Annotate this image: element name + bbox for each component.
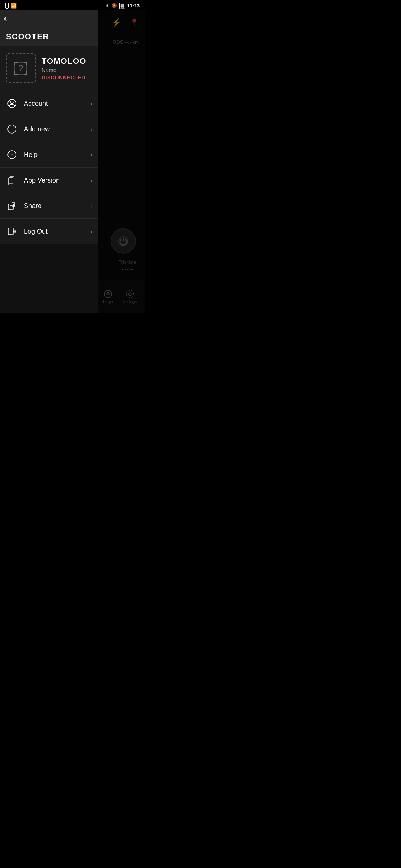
drawer-section-title: SCOOTER bbox=[6, 32, 92, 42]
battery-icon: ▓ bbox=[119, 3, 125, 9]
menu-item-app-version[interactable]: App Version › bbox=[0, 168, 98, 193]
vehicle-icon-box: ? bbox=[6, 53, 36, 83]
app-container: 🌱 ⚡ 📍 ODO:--.- km Trip time bbox=[0, 10, 145, 313]
account-icon bbox=[6, 98, 18, 109]
vehicle-name: TOMOLOO bbox=[42, 56, 86, 66]
back-button[interactable]: ‹ bbox=[4, 13, 7, 24]
help-label: Help bbox=[24, 151, 90, 159]
vehicle-sub-name: Name bbox=[42, 67, 86, 73]
app-version-chevron: › bbox=[90, 177, 92, 184]
menu-item-add-new[interactable]: Add new › bbox=[0, 116, 98, 142]
logout-label: Log Out bbox=[24, 228, 90, 236]
status-left-icons: ! 📶 bbox=[5, 3, 17, 9]
menu-list: Account › Add new › bbox=[0, 91, 98, 244]
logout-icon bbox=[6, 226, 18, 237]
add-new-chevron: › bbox=[90, 125, 92, 133]
app-version-icon bbox=[6, 174, 18, 186]
app-version-label: App Version bbox=[24, 177, 90, 184]
logout-chevron: › bbox=[90, 228, 92, 236]
vehicle-info: TOMOLOO Name DISCONNECTED bbox=[42, 56, 86, 80]
status-bar: ! 📶 ∗ 🔕 ▓ 11:13 bbox=[0, 0, 145, 10]
share-icon bbox=[6, 200, 18, 212]
vehicle-section: ? TOMOLOO Name DISCONNECTED bbox=[0, 46, 98, 91]
add-new-label: Add new bbox=[24, 125, 90, 133]
share-label: Share bbox=[24, 202, 90, 210]
menu-item-help[interactable]: Help › bbox=[0, 142, 98, 168]
drawer-scrim[interactable] bbox=[98, 10, 145, 313]
share-chevron: › bbox=[90, 202, 92, 210]
notification-icon: 🔕 bbox=[111, 3, 117, 8]
drawer-footer bbox=[0, 244, 98, 313]
bluetooth-icon: ∗ bbox=[105, 3, 109, 8]
add-new-icon bbox=[6, 123, 18, 135]
svg-text:?: ? bbox=[18, 63, 23, 73]
alert-icon: ! bbox=[5, 3, 9, 9]
svg-rect-16 bbox=[9, 178, 13, 185]
drawer-panel: ‹ SCOOTER ? TOMOLOO Name bbox=[0, 10, 98, 313]
menu-item-share[interactable]: Share › bbox=[0, 193, 98, 219]
svg-point-13 bbox=[12, 154, 13, 155]
account-chevron: › bbox=[90, 100, 92, 108]
account-label: Account bbox=[24, 100, 90, 108]
vehicle-status: DISCONNECTED bbox=[42, 75, 86, 80]
help-chevron: › bbox=[90, 151, 92, 159]
menu-item-logout[interactable]: Log Out › bbox=[0, 219, 98, 244]
drawer-header: ‹ SCOOTER bbox=[0, 10, 98, 46]
help-icon bbox=[6, 149, 18, 161]
status-time: 11:13 bbox=[127, 3, 140, 9]
menu-item-account[interactable]: Account › bbox=[0, 91, 98, 116]
wifi-icon: 📶 bbox=[11, 3, 17, 9]
svg-point-8 bbox=[10, 101, 13, 104]
svg-rect-20 bbox=[8, 228, 13, 235]
status-right-icons: ∗ 🔕 ▓ 11:13 bbox=[105, 3, 140, 9]
